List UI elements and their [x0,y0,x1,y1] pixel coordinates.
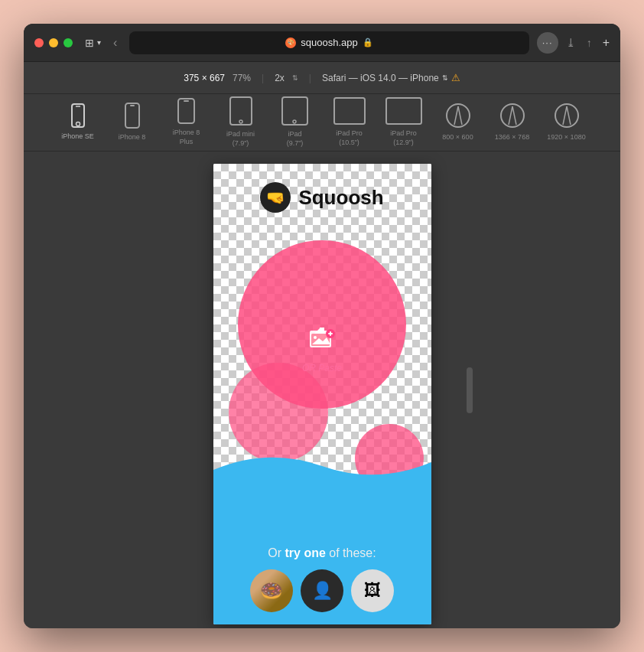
svg-rect-5 [178,99,194,123]
url-text: squoosh.app [301,37,357,48]
resize-handle-right[interactable] [467,367,473,413]
svg-point-26 [314,336,317,339]
svg-rect-0 [72,104,84,127]
chevron-down-icon: ▾ [97,38,101,47]
grid-icon: ⊞ [85,37,94,49]
upload-area[interactable]: OR Paste [302,320,342,373]
warning-icon: ⚠ [451,72,460,83]
device-iphone-8[interactable]: iPhone 8 [111,103,153,142]
device-ipad-mini-label: iPad mini (7.9") [226,130,255,148]
device-ipad-pro-129-label: iPad Pro (12.9") [390,129,417,147]
device-ipad-label: iPad (9.7") [287,130,304,148]
dpr-selector[interactable]: 2x [275,73,285,83]
squoosh-bottom: Or try one of these: 🍩 👤 🖼 [213,531,431,624]
svg-line-21 [567,106,571,125]
maximize-button[interactable] [63,38,73,47]
device-ipad-pro-129[interactable]: iPad Pro (12.9") [382,97,424,147]
svg-point-2 [76,122,80,126]
svg-line-18 [512,106,516,125]
tab-toggle[interactable]: ⊞ ▾ [85,37,101,49]
ellipsis-icon: ··· [542,37,553,48]
minimize-button[interactable] [49,38,58,47]
more-button[interactable]: ··· [537,32,558,54]
browser-window: ⊞ ▾ ‹ 🎨 squoosh.app 🔒 ··· ⤓ ↑ + 375 × 66… [24,24,620,628]
svg-line-14 [454,106,458,125]
svg-line-17 [509,106,512,125]
agent-arrow: ⇅ [442,74,448,82]
svg-point-10 [293,120,296,123]
svg-rect-3 [125,103,139,128]
try-text: Or try one of these: [226,546,419,560]
squoosh-header: 🤜 Squoosh [245,164,398,228]
dimensions-info: 375 × 667 77% | 2x ⇅ | Safari — iOS 14.0… [184,72,460,83]
download-icon[interactable]: ⤓ [566,36,576,50]
new-tab-icon[interactable]: + [603,36,610,50]
device-1366x768[interactable]: 1366 × 768 [491,103,533,142]
sample-image-1[interactable]: 🍩 [250,569,293,612]
device-1366x768-label: 1366 × 768 [495,133,529,142]
sample-image-3[interactable]: 🖼 [351,569,394,612]
device-iphone-se[interactable]: iPhone SE [57,103,99,142]
squoosh-app-title: Squoosh [298,186,383,210]
responsive-bar: 375 × 667 77% | 2x ⇅ | Safari — iOS 14.0… [24,62,620,94]
device-toolbar: iPhone SE iPhone 8 iPhone 8 Plus [24,94,620,152]
svg-rect-6 [184,100,189,102]
device-iphone-se-label: iPhone SE [61,132,94,142]
viewport-area: 🤜 Squoosh [24,152,620,628]
sample-images: 🍩 👤 🖼 [226,569,419,612]
device-ipad-pro-105-label: iPad Pro (10.5") [336,129,363,147]
device-iphone-8-plus-label: iPhone 8 Plus [173,129,200,146]
upload-icon [304,320,340,357]
svg-point-8 [239,120,242,123]
device-1920x1080[interactable]: 1920 × 1080 [545,103,587,142]
viewport-size: 375 × 667 [184,73,225,83]
svg-line-20 [563,106,567,125]
svg-rect-4 [130,105,135,106]
lock-icon: 🔒 [363,37,373,47]
device-800x600-label: 800 × 600 [442,133,473,142]
toolbar-right: ⤓ ↑ + [566,36,610,50]
dpr-arrow: ⇅ [292,74,298,82]
svg-rect-30 [330,331,331,336]
svg-rect-11 [334,98,365,124]
device-iphone-8-plus[interactable]: iPhone 8 Plus [165,98,207,146]
or-paste-text: OR Paste [302,363,342,373]
back-button[interactable]: ‹ [109,33,122,53]
device-iphone-8-label: iPhone 8 [119,133,146,142]
close-button[interactable] [34,38,44,47]
device-ipad-mini[interactable]: iPad mini (7.9") [220,96,262,148]
user-agent-selector[interactable]: Safari — iOS 14.0 — iPhone ⇅ ⚠ [322,72,460,83]
squoosh-iframe[interactable]: 🤜 Squoosh [213,164,431,624]
device-1920x1080-label: 1920 × 1080 [547,133,585,142]
address-bar[interactable]: 🎨 squoosh.app 🔒 [129,31,529,54]
device-ipad[interactable]: iPad (9.7") [274,96,316,148]
sample-image-2[interactable]: 👤 [301,569,343,612]
device-ipad-pro-105[interactable]: iPad Pro (10.5") [328,97,370,147]
zoom-percent: 77% [233,73,251,83]
share-icon[interactable]: ↑ [587,37,592,49]
device-800x600[interactable]: 800 × 600 [437,103,479,142]
title-bar: ⊞ ▾ ‹ 🎨 squoosh.app 🔒 ··· ⤓ ↑ + [24,24,620,62]
squoosh-logo-icon: 🤜 [260,182,291,213]
svg-rect-12 [386,98,421,124]
traffic-lights [34,38,73,47]
svg-line-15 [458,106,462,125]
site-favicon: 🎨 [285,37,296,48]
squoosh-content: 🤜 Squoosh [213,164,431,531]
